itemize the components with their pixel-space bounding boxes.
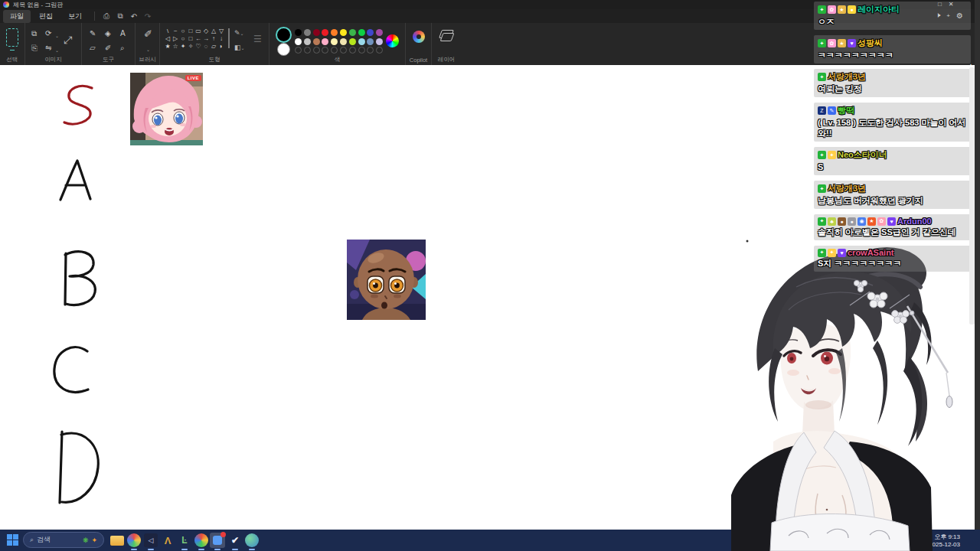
shape-glyph[interactable]: ▭: [194, 28, 202, 35]
color-swatch[interactable]: [313, 38, 320, 45]
color-swatch[interactable]: [331, 29, 338, 36]
rotate-icon[interactable]: ⟳: [45, 30, 51, 37]
color-swatch[interactable]: [331, 38, 338, 45]
shape-glyph[interactable]: ▱: [210, 43, 217, 51]
shape-glyph[interactable]: ♡: [194, 43, 202, 51]
shape-fill-icon[interactable]: ◧⌄: [234, 44, 245, 51]
shape-glyph[interactable]: \: [164, 28, 172, 35]
primary-color-well[interactable]: [276, 27, 292, 43]
empty-color-slot[interactable]: [349, 47, 356, 54]
gold-caret-app-icon[interactable]: Λ: [161, 533, 175, 547]
chat-maximize-icon[interactable]: □: [938, 1, 942, 8]
shape-glyph[interactable]: ◁: [164, 35, 172, 43]
file-explorer-icon[interactable]: [110, 536, 124, 546]
color-swatch[interactable]: [304, 29, 311, 36]
empty-color-slot[interactable]: [340, 47, 347, 54]
line-width-icon[interactable]: ☰: [253, 35, 262, 43]
browser-swirl-icon[interactable]: [194, 533, 208, 547]
flip-chevron-icon[interactable]: ⌄: [55, 47, 59, 54]
chat-username[interactable]: 빵떡: [838, 105, 854, 116]
gear-icon[interactable]: ⚙: [956, 11, 963, 20]
checkmark-app-icon[interactable]: ✔: [228, 533, 242, 547]
paste-icon[interactable]: ⎘: [31, 44, 38, 52]
brush-chevron-icon[interactable]: ⌄: [146, 46, 150, 54]
chat-username[interactable]: 성팡씨: [858, 37, 883, 49]
layers-icon[interactable]: [439, 30, 454, 38]
color-swatch[interactable]: [295, 38, 302, 45]
chat-username[interactable]: crowASaint: [848, 248, 894, 257]
shape-glyph[interactable]: ★: [164, 43, 172, 51]
shape-glyph[interactable]: ◇: [202, 28, 210, 35]
color-swatch[interactable]: [367, 29, 374, 36]
empty-color-slot[interactable]: [313, 47, 320, 54]
speaker-muted-icon[interactable]: 🕨: [936, 11, 940, 20]
color-picker-tool-icon[interactable]: ✐: [105, 44, 111, 52]
chat-scroll-up-icon[interactable]: ▲: [969, 63, 973, 67]
color-swatch[interactable]: [295, 29, 302, 36]
shape-glyph[interactable]: ~: [172, 28, 179, 35]
navy-play-app-icon[interactable]: ◁: [144, 533, 158, 547]
shape-glyph[interactable]: □: [187, 28, 194, 35]
flip-icon[interactable]: ⇋: [45, 44, 51, 52]
chat-window-controls[interactable]: □ ✕: [938, 1, 954, 8]
empty-color-slot[interactable]: [358, 47, 365, 54]
chat-username[interactable]: 서랑개3년: [828, 71, 866, 83]
rotate-chevron-icon[interactable]: ⌄: [55, 32, 59, 40]
chat-close-icon[interactable]: ✕: [949, 1, 954, 8]
shape-outline-icon[interactable]: ✎⌄: [234, 29, 244, 37]
chat-username[interactable]: Ardun00: [897, 217, 932, 226]
color-swatch[interactable]: [376, 29, 383, 36]
menu-view[interactable]: 보기: [61, 10, 89, 23]
shape-glyph[interactable]: ◌: [202, 43, 210, 51]
empty-color-slot[interactable]: [295, 47, 302, 54]
shape-glyph[interactable]: ↑: [210, 35, 217, 43]
chat-scrollbar-track[interactable]: [975, 0, 980, 530]
shape-glyph[interactable]: ↓: [217, 35, 225, 43]
chat-username[interactable]: 레이지아티: [858, 4, 900, 15]
start-button[interactable]: [7, 534, 18, 546]
chat-username[interactable]: 서랑개3년: [828, 183, 866, 194]
messenger-app-icon[interactable]: [210, 533, 225, 548]
resize-icon[interactable]: ⤢: [64, 36, 72, 44]
shape-glyph[interactable]: ▽: [217, 28, 225, 35]
chat-username[interactable]: Neo스타이너: [838, 149, 887, 161]
color-swatch[interactable]: [376, 38, 383, 45]
color-swatch[interactable]: [322, 38, 328, 45]
empty-color-slot[interactable]: [304, 47, 311, 54]
chat-scrollbar-thumb[interactable]: [969, 67, 975, 324]
copilot-icon[interactable]: [413, 31, 425, 43]
color-swatch[interactable]: [349, 38, 356, 45]
color-swatch[interactable]: [349, 29, 356, 36]
menu-file[interactable]: 파일: [3, 10, 31, 23]
globe-app-icon[interactable]: [245, 533, 259, 547]
shape-glyph[interactable]: △: [210, 28, 217, 35]
empty-color-slot[interactable]: [331, 47, 338, 54]
edit-colors-wheel-icon[interactable]: [386, 34, 399, 47]
shapes-scrollbar[interactable]: [228, 28, 230, 48]
shape-glyph[interactable]: ☆: [172, 43, 179, 51]
shapes-grid[interactable]: \~○□▭◇△▽◁▷○□←→↑↓★☆✦✧♡◌▱◗: [164, 28, 227, 51]
color-swatch[interactable]: [313, 29, 320, 36]
shape-glyph[interactable]: ▷: [172, 35, 179, 43]
fill-tool-icon[interactable]: ◈: [105, 30, 111, 37]
shape-glyph[interactable]: ○: [179, 35, 187, 43]
text-tool-icon[interactable]: A: [120, 30, 126, 37]
shape-glyph[interactable]: →: [202, 35, 210, 43]
pasted-stream-thumbnail[interactable]: LIVE: [130, 73, 203, 145]
rectangle-select-tool[interactable]: [6, 28, 18, 47]
shape-glyph[interactable]: □: [187, 35, 194, 43]
art-app-icon[interactable]: [127, 533, 141, 547]
preview-icon[interactable]: ⧉: [114, 11, 126, 21]
undo-icon[interactable]: ↶: [128, 11, 140, 21]
empty-color-slot[interactable]: [367, 47, 374, 54]
color-swatch[interactable]: [304, 38, 311, 45]
eraser-tool-icon[interactable]: ▱: [90, 44, 96, 52]
shape-glyph[interactable]: ✧: [187, 43, 194, 51]
shape-glyph[interactable]: ✦: [179, 43, 187, 51]
empty-color-slot[interactable]: [322, 47, 328, 54]
chart-app-icon[interactable]: Ŀ: [178, 533, 191, 547]
color-swatch[interactable]: [340, 38, 347, 45]
shape-glyph[interactable]: ○: [179, 28, 187, 35]
brush-icon[interactable]: ✐: [144, 31, 152, 38]
color-swatch[interactable]: [358, 38, 365, 45]
